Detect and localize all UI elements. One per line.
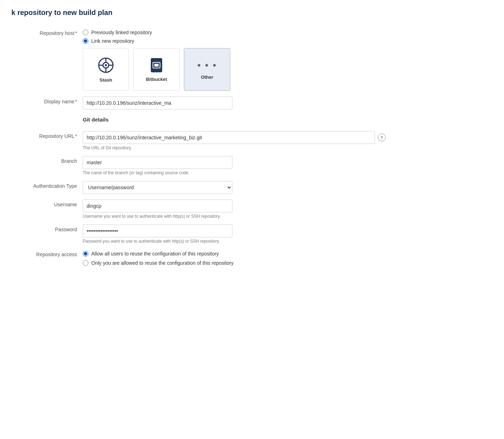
username-label: Username xyxy=(11,197,83,222)
radio-previously-linked-label[interactable]: Previously linked repository xyxy=(91,30,152,35)
repository-url-input[interactable] xyxy=(83,131,375,144)
svg-point-2 xyxy=(105,64,107,66)
repository-url-field-cell: ? The URL of Git repository. xyxy=(83,128,493,153)
authentication-type-row: Authentication Type None Username/passwo… xyxy=(11,178,493,197)
display-name-row: Display name* xyxy=(11,94,493,112)
repository-url-hint: The URL of Git repository. xyxy=(83,145,493,150)
password-row: Password Password you want to use to aut… xyxy=(11,222,493,247)
repository-access-row: Repository access Allow all users to reu… xyxy=(11,247,493,269)
password-hint: Password you want to use to authenticate… xyxy=(83,239,493,244)
repository-host-label: Repository host* xyxy=(11,25,83,94)
authentication-type-label: Authentication Type xyxy=(11,178,83,197)
repository-host-radio-group: Previously linked repository Link new re… xyxy=(83,28,493,44)
repository-host-row: Repository host* Previously linked repos… xyxy=(11,25,493,94)
access-option-only[interactable]: Only you are allowed to reuse the config… xyxy=(83,260,493,266)
git-details-header: Git details xyxy=(83,115,493,123)
username-field-cell: Username you want to use to authenticate… xyxy=(83,197,493,222)
repo-type-other[interactable]: • • • Other xyxy=(184,48,230,91)
radio-access-only[interactable] xyxy=(83,260,88,266)
username-hint: Username you want to use to authenticate… xyxy=(83,214,493,219)
radio-option-new[interactable]: Link new repository xyxy=(83,38,493,44)
repo-type-stash[interactable]: Stash xyxy=(83,48,129,91)
display-name-label: Display name* xyxy=(11,94,83,112)
repository-url-help-icon[interactable]: ? xyxy=(378,134,386,141)
radio-access-all[interactable] xyxy=(83,251,88,257)
branch-label: Branch xyxy=(11,153,83,178)
repository-access-controls: Allow all users to reuse the configurati… xyxy=(83,247,493,269)
radio-link-new-label[interactable]: Link new repository xyxy=(91,38,134,44)
form-table: Repository host* Previously linked repos… xyxy=(11,25,493,269)
radio-access-only-label[interactable]: Only you are allowed to reuse the config… xyxy=(91,260,233,266)
bitbucket-icon xyxy=(149,57,164,73)
radio-option-previously[interactable]: Previously linked repository xyxy=(83,30,493,35)
stash-icon xyxy=(97,57,114,74)
repository-host-controls: Previously linked repository Link new re… xyxy=(83,25,493,94)
password-input[interactable] xyxy=(83,224,232,237)
username-row: Username Username you want to use to aut… xyxy=(11,197,493,222)
other-label: Other xyxy=(201,74,214,80)
access-option-all[interactable]: Allow all users to reuse the configurati… xyxy=(83,251,493,257)
username-input[interactable] xyxy=(83,200,232,212)
radio-previously-linked[interactable] xyxy=(83,30,88,35)
branch-row: Branch The name of the branch (or tag) c… xyxy=(11,153,493,178)
repository-url-label: Repository URL* xyxy=(11,128,83,153)
branch-input[interactable] xyxy=(83,156,232,169)
bitbucket-label: Bitbucket xyxy=(146,77,167,82)
stash-label: Stash xyxy=(99,77,112,83)
other-icon: • • • xyxy=(197,60,217,71)
url-row: ? xyxy=(83,131,493,144)
repo-type-bitbucket[interactable]: Bitbucket xyxy=(133,48,180,91)
access-radio-group: Allow all users to reuse the configurati… xyxy=(83,249,493,266)
branch-hint: The name of the branch (or tag) containi… xyxy=(83,170,493,175)
display-name-input[interactable] xyxy=(83,97,232,109)
repo-type-options: Stash Bitbucket • • • Other xyxy=(83,48,493,91)
password-label: Password xyxy=(11,222,83,247)
authentication-type-field-cell: None Username/password SSH key xyxy=(83,178,493,197)
authentication-type-select[interactable]: None Username/password SSH key xyxy=(83,181,232,194)
repository-access-label: Repository access xyxy=(11,247,83,269)
git-details-header-row: Git details xyxy=(11,112,493,128)
svg-rect-9 xyxy=(154,64,159,67)
branch-field-cell: The name of the branch (or tag) containi… xyxy=(83,153,493,178)
radio-access-all-label[interactable]: Allow all users to reuse the configurati… xyxy=(91,251,219,257)
page-title: k repository to new build plan xyxy=(11,9,493,17)
password-field-cell: Password you want to use to authenticate… xyxy=(83,222,493,247)
display-name-field-cell xyxy=(83,94,493,112)
radio-link-new[interactable] xyxy=(83,38,88,44)
repository-url-row: Repository URL* ? The URL of Git reposit… xyxy=(11,128,493,153)
